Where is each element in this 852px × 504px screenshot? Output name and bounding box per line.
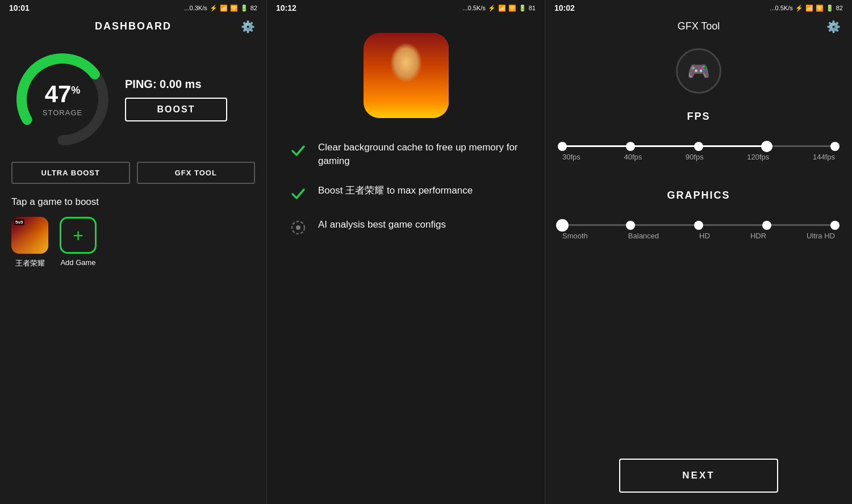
feature-text-3: AI analysis best game configs (318, 218, 446, 232)
battery-level-1: 82 (250, 5, 257, 11)
status-icons-2: ...0.5K/s ⚡ 📶 🛜 🔋 81 (462, 5, 536, 12)
status-bar-1: 10:01 ...0.3K/s ⚡ 📶 🛜 🔋 82 (0, 0, 266, 16)
graphics-section: GRAPHICS Smooth Balanced HD HDR Ultra HD (545, 184, 852, 268)
game-item-wangzhe[interactable]: 5v5 王者荣耀 (11, 217, 48, 268)
add-game-item[interactable]: + Add Game (60, 217, 97, 267)
fps-slider-track[interactable] (562, 145, 835, 147)
gfx-tool-button[interactable]: GFX TOOL (137, 162, 256, 184)
gfx-title: GFX Tool (678, 20, 720, 32)
settings-icon-1[interactable]: ⚙️ (241, 20, 255, 33)
fps-label-90: 90fps (686, 153, 704, 161)
dashboard-panel: 10:01 ...0.3K/s ⚡ 📶 🛜 🔋 82 DASHBOARD ⚙️ … (0, 0, 267, 504)
fps-thumb-30[interactable] (558, 142, 567, 151)
gfx-panel: 10:02 ...0.5K/s ⚡ 📶 🛜 🔋 82 GFX Tool ⚙️ 🎮… (545, 0, 852, 504)
controller-circle: 🎮 (676, 48, 721, 94)
battery-icon-3: 🔋 (826, 5, 834, 12)
fps-thumb-120-selected[interactable] (761, 141, 772, 152)
wifi-icon-2: 🛜 (508, 5, 516, 12)
games-row: 5v5 王者荣耀 + Add Game (0, 217, 266, 268)
feature-text-1: Clear background cache to free up memory… (318, 141, 522, 168)
check-icon-1 (290, 142, 307, 159)
battery-level-3: 82 (836, 5, 843, 11)
gauge-section: 47% STORAGE PING: 0.00 ms BOOST (0, 37, 266, 156)
dashboard-title: DASHBOARD (95, 20, 172, 32)
controller-section: 🎮 (545, 37, 852, 99)
network-speed-1: ...0.3K/s (184, 5, 207, 11)
gauge-percent: 47% (43, 82, 82, 106)
graphics-thumb-ultrahd[interactable] (830, 221, 840, 230)
feature-text-2: Boost 王者荣耀 to max performance (318, 184, 473, 198)
graphics-slider-track[interactable] (562, 224, 835, 226)
games-label: Tap a game to boost (0, 190, 266, 217)
ping-boost-section: PING: 0.00 ms BOOST (125, 78, 255, 121)
graphics-thumb-hdr[interactable] (762, 221, 771, 230)
battery-level-2: 81 (529, 5, 536, 11)
ping-value: PING: 0.00 ms (125, 78, 255, 91)
fps-label-144: 144fps (813, 153, 835, 161)
battery-icon: 🔋 (240, 5, 248, 12)
time-1: 10:01 (9, 3, 30, 12)
gauge-container: 47% STORAGE (11, 48, 114, 150)
network-speed-3: ...0.5K/s (770, 5, 792, 11)
bluetooth-icon-2: ⚡ (488, 5, 496, 12)
fps-thumb-144[interactable] (830, 142, 840, 151)
graphics-thumb-hd[interactable] (694, 221, 703, 230)
fps-labels: 30fps 40fps 90fps 120fps 144fps (562, 153, 835, 161)
bluetooth-icon: ⚡ (210, 5, 218, 12)
fps-label-40: 40fps (624, 153, 642, 161)
hero-face (364, 33, 449, 118)
svg-point-3 (296, 225, 300, 230)
graphics-labels: Smooth Balanced HD HDR Ultra HD (562, 232, 835, 240)
graphics-title: GRAPHICS (562, 190, 835, 201)
next-button[interactable]: NEXT (619, 459, 778, 493)
fps-thumb-90[interactable] (694, 142, 703, 151)
bluetooth-icon-3: ⚡ (795, 5, 803, 12)
gauge-center: 47% STORAGE (43, 82, 82, 117)
graphics-thumb-smooth-selected[interactable] (556, 219, 569, 232)
boost-panel: 10:12 ...0.5K/s ⚡ 📶 🛜 🔋 81 Clear backgro… (267, 0, 545, 504)
signal-icon-2: 📶 (498, 5, 506, 12)
graphics-thumb-balanced[interactable] (626, 221, 635, 230)
network-speed-2: ...0.5K/s (462, 5, 485, 11)
wifi-icon-3: 🛜 (816, 5, 824, 12)
plus-icon: + (73, 226, 83, 245)
fps-thumb-40[interactable] (626, 142, 635, 151)
graphics-label-hd: HD (699, 232, 710, 240)
gfx-header: GFX Tool ⚙️ (545, 16, 852, 37)
feature-list: Clear background cache to free up memory… (267, 129, 545, 247)
status-icons-1: ...0.3K/s ⚡ 📶 🛜 🔋 82 (184, 5, 257, 12)
boost-game-image (364, 33, 449, 118)
add-game-button[interactable]: + (60, 217, 97, 254)
feature-item-2: Boost 王者荣耀 to max performance (290, 184, 522, 202)
graphics-label-balanced: Balanced (628, 232, 659, 240)
boost-button[interactable]: BOOST (125, 98, 227, 121)
fps-slider-fill (562, 145, 767, 147)
feature-item-3: AI analysis best game configs (290, 218, 522, 236)
storage-label: STORAGE (43, 108, 82, 117)
fps-title: FPS (562, 111, 835, 123)
status-bar-2: 10:12 ...0.5K/s ⚡ 📶 🛜 🔋 81 (267, 0, 545, 16)
feature-item-1: Clear background cache to free up memory… (290, 141, 522, 168)
next-section: NEXT (545, 447, 852, 504)
battery-icon-2: 🔋 (519, 5, 527, 12)
game-name-wangzhe: 王者荣耀 (15, 258, 45, 268)
wifi-icon: 🛜 (230, 5, 238, 12)
add-game-label: Add Game (60, 258, 95, 267)
time-3: 10:02 (554, 3, 575, 12)
fps-label-30: 30fps (562, 153, 580, 161)
fps-label-120: 120fps (747, 153, 769, 161)
gfx-settings-icon[interactable]: ⚙️ (826, 20, 841, 33)
controller-icon: 🎮 (687, 60, 710, 82)
signal-icon-3: 📶 (805, 5, 813, 12)
boost-game-icon (267, 16, 545, 129)
graphics-label-hdr: HDR (750, 232, 766, 240)
dashboard-header: DASHBOARD ⚙️ (0, 16, 266, 37)
check-icon-2 (290, 185, 307, 202)
time-2: 10:12 (276, 3, 296, 12)
fps-section: FPS 30fps 40fps 90fps 120fps 144fps (545, 99, 852, 184)
graphics-label-smooth: Smooth (562, 232, 588, 240)
fps-slider-container: 30fps 40fps 90fps 120fps 144fps (562, 134, 835, 178)
signal-icon: 📶 (220, 5, 228, 12)
graphics-label-ultrahd: Ultra HD (807, 232, 835, 240)
ultra-boost-button[interactable]: ULTRA BOOST (11, 162, 130, 184)
